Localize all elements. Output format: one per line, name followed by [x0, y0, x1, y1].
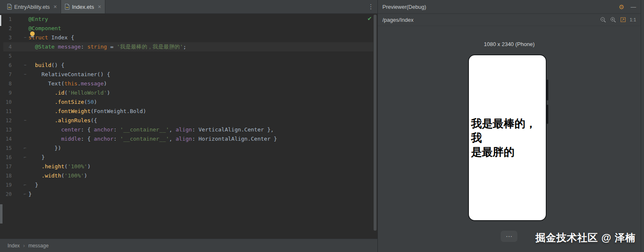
ide-window: EntryAbility.ets × Index.ets × ⋮ 123−456…: [0, 0, 644, 252]
actual-size-button[interactable]: 1:1: [630, 17, 636, 22]
stripe-mark: [0, 204, 3, 224]
line-number[interactable]: 17: [3, 164, 12, 170]
tab-entryability[interactable]: EntryAbility.ets ×: [3, 0, 61, 13]
code-token: '__container__': [120, 136, 169, 142]
stripe-mark: [0, 15, 1, 26]
code-editor[interactable]: 123−456−7−89101112−131415⌐16⌐171819⌐20⌐ …: [0, 14, 377, 239]
code-line[interactable]: }: [28, 180, 373, 190]
code-line[interactable]: .fontSize(50): [28, 98, 373, 107]
zoom-out-icon[interactable]: [600, 17, 606, 23]
code-token: 'HelloWorld': [68, 90, 107, 96]
line-number[interactable]: 20: [3, 191, 12, 197]
code-token: .fontSize: [55, 99, 84, 105]
line-number[interactable]: 4: [3, 44, 12, 50]
line-number[interactable]: 3: [3, 35, 12, 41]
fold-marker-icon[interactable]: −: [12, 118, 28, 123]
code-line[interactable]: center: { anchor: '__container__', align…: [28, 125, 373, 134]
code-token: '100%': [64, 172, 84, 179]
line-number[interactable]: 12: [3, 118, 12, 123]
breadcrumb-index[interactable]: Index: [8, 243, 20, 249]
line-number[interactable]: 7: [3, 72, 12, 77]
code-token: (: [84, 99, 87, 105]
fold-marker-icon[interactable]: −: [12, 72, 28, 77]
code-token: RelativeContainer() {: [28, 71, 110, 77]
code-line[interactable]: build() {: [28, 61, 373, 70]
code-token: (: [61, 172, 64, 179]
fold-marker-icon[interactable]: −: [12, 63, 28, 67]
gear-icon[interactable]: ⚙: [619, 4, 624, 10]
code-token: () {: [51, 62, 64, 68]
code-line[interactable]: [28, 51, 373, 61]
line-number[interactable]: 2: [3, 26, 12, 31]
line-number[interactable]: 8: [3, 81, 12, 87]
code-line[interactable]: middle: { anchor: '__container__', align…: [28, 134, 373, 144]
line-number[interactable]: 18: [3, 173, 12, 179]
code-line[interactable]: struct Index {: [28, 33, 373, 42]
tool-window-stripe: [641, 0, 644, 252]
code-token: ,: [169, 136, 176, 142]
code-line[interactable]: Text(this.message): [28, 79, 373, 88]
line-number[interactable]: 16: [3, 154, 12, 160]
code-token: [28, 62, 35, 68]
previewer-title: Previewer(Debug): [382, 4, 619, 10]
code-token: '100%': [68, 163, 87, 170]
kebab-menu-icon[interactable]: ⋮: [368, 3, 374, 10]
fold-marker-icon[interactable]: ⌐: [12, 146, 28, 150]
gutter: 123−456−7−89101112−131415⌐16⌐171819⌐20⌐: [3, 15, 28, 199]
line-number[interactable]: 15: [3, 145, 12, 151]
code-line[interactable]: }: [28, 153, 373, 162]
code-line[interactable]: @State message: string = '我是最棒的，我是最胖的';: [28, 42, 373, 51]
code-line[interactable]: .height('100%'): [28, 162, 373, 171]
code-token: middle: [61, 136, 81, 142]
line-number[interactable]: 14: [3, 136, 12, 142]
code-line[interactable]: .fontWeight(FontWeight.Bold): [28, 107, 373, 116]
fit-to-screen-icon[interactable]: [620, 17, 626, 23]
code-line[interactable]: }): [28, 144, 373, 153]
code-token: @Component: [28, 25, 61, 31]
code-line[interactable]: RelativeContainer() {: [28, 70, 373, 79]
phone-side-button: [547, 105, 548, 124]
code-token: .alignRules: [55, 117, 91, 123]
previewer-panel: Previewer(Debug) ⚙ — /pages/Index: [377, 0, 641, 252]
code-line[interactable]: }: [28, 190, 373, 199]
code-line[interactable]: .id('HelloWorld'): [28, 88, 373, 98]
line-number[interactable]: 19: [3, 182, 12, 188]
line-number[interactable]: 9: [3, 90, 12, 96]
line-number[interactable]: 10: [3, 99, 12, 105]
code-token: @State: [35, 44, 55, 50]
fold-marker-icon[interactable]: ⌐: [12, 155, 28, 159]
close-icon[interactable]: ×: [53, 4, 57, 10]
previewer-header: Previewer(Debug) ⚙ —: [378, 0, 641, 14]
code-token: =: [107, 44, 117, 50]
line-number[interactable]: 5: [3, 53, 12, 59]
code-token: anchor: [94, 126, 114, 133]
line-number[interactable]: 11: [3, 108, 12, 114]
code-line[interactable]: @Component: [28, 24, 373, 33]
code-token: '__container__': [120, 126, 169, 133]
inspection-ok-icon: ✔: [367, 15, 372, 22]
code-line[interactable]: @Entry: [28, 15, 373, 24]
code-token: [28, 126, 61, 133]
code-line[interactable]: .width('100%'): [28, 171, 373, 180]
code-token: .id: [55, 90, 64, 96]
zoom-in-icon[interactable]: [610, 17, 616, 23]
code-line[interactable]: .alignRules({: [28, 116, 373, 125]
code-token: : {: [81, 126, 94, 133]
code-token: @Entry: [28, 16, 48, 22]
fold-marker-icon[interactable]: ⌐: [12, 183, 28, 187]
minimize-icon[interactable]: —: [631, 4, 636, 10]
code-token: Text(: [28, 80, 64, 87]
tab-index[interactable]: Index.ets ×: [61, 0, 105, 13]
line-number[interactable]: 6: [3, 62, 12, 68]
breadcrumb-message[interactable]: message: [28, 243, 49, 249]
fold-marker-icon[interactable]: ⌐: [12, 192, 28, 196]
fold-marker-icon[interactable]: −: [12, 36, 28, 40]
close-icon[interactable]: ×: [98, 4, 101, 10]
more-options-button[interactable]: ⋯: [501, 231, 517, 242]
code-token: [28, 163, 41, 170]
intention-bulb-icon[interactable]: [30, 31, 35, 36]
editor-scrollbar[interactable]: [374, 15, 377, 231]
line-number[interactable]: 13: [3, 127, 12, 133]
code-token: message: [81, 80, 104, 87]
line-number[interactable]: 1: [3, 16, 12, 22]
